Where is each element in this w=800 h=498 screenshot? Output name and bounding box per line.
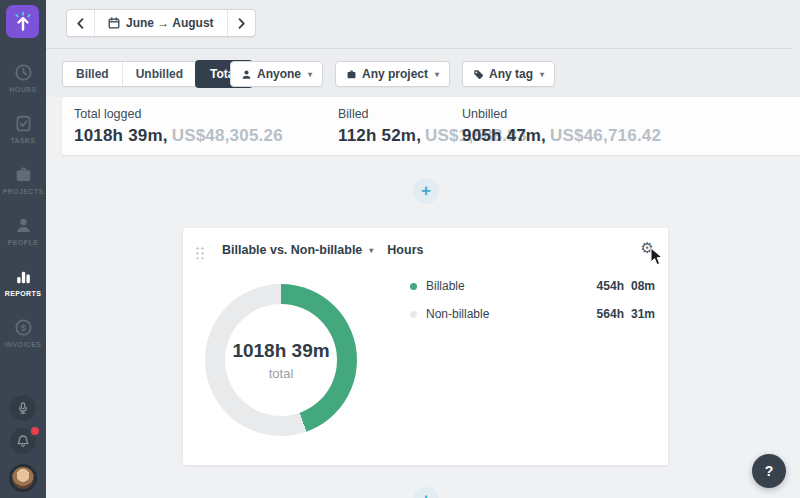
header: June → August Billed Unbilled Total A (46, 0, 800, 97)
sidebar-bottom (0, 395, 46, 492)
stat-amount: US$48,305.26 (172, 126, 283, 145)
card-unit-label[interactable]: Hours (387, 243, 423, 257)
report-type-selector[interactable]: Billable vs. Non-billable ▾ (222, 243, 373, 257)
caret-down-icon: ▾ (308, 70, 312, 79)
add-widget-button[interactable]: + (413, 178, 439, 204)
donut-total-value: 1018h 39m (232, 340, 329, 362)
sidebar-label: TASKS (10, 137, 35, 144)
sidebar-label: PROJECTS (3, 188, 44, 195)
report-card: Billable vs. Non-billable ▾ Hours ⚙ 1018… (183, 228, 668, 465)
tab-billed[interactable]: Billed (63, 62, 123, 86)
next-period-button[interactable] (227, 10, 255, 36)
bell-icon (16, 434, 30, 448)
sidebar-label: PEOPLE (8, 239, 39, 246)
arrow-up-spark-icon (11, 10, 35, 34)
app-logo[interactable] (6, 5, 39, 38)
dollar-icon: $ (14, 318, 33, 337)
user-avatar[interactable] (9, 464, 37, 492)
stat-hours: 1018h 39m, (74, 126, 168, 145)
bar-chart-icon (14, 267, 33, 286)
legend-row-non-billable[interactable]: Non-billable 564h 31m (410, 304, 655, 324)
tag-filter-dropdown[interactable]: Any tag ▾ (462, 61, 555, 87)
header-divider (46, 48, 792, 49)
billing-filter-tabs: Billed Unbilled Total (62, 61, 252, 87)
notification-dot (29, 425, 41, 437)
notifications-button[interactable] (10, 428, 36, 454)
svg-text:$: $ (20, 322, 26, 333)
sidebar-nav: HOURS TASKS PROJECTS (0, 52, 46, 358)
stat-hours: 112h 52m, (338, 126, 421, 145)
sidebar: HOURS TASKS PROJECTS (0, 0, 46, 498)
legend-value: 564h 31m (597, 307, 655, 321)
plus-icon: + (421, 181, 431, 201)
legend-value: 454h 08m (597, 279, 655, 293)
sidebar-item-tasks[interactable]: TASKS (0, 103, 46, 154)
people-filter-label: Anyone (257, 67, 301, 81)
legend-row-billable[interactable]: Billable 454h 08m (410, 276, 655, 296)
person-icon (14, 216, 33, 235)
billable-dot-icon (410, 283, 417, 290)
stat-label: Total logged (74, 107, 283, 121)
add-widget-button-bottom[interactable]: + (413, 487, 439, 498)
stat-label: Unbilled (462, 107, 661, 121)
date-range-button[interactable]: June → August (95, 10, 227, 36)
project-filter-dropdown[interactable]: Any project ▾ (335, 61, 450, 87)
legend-minutes: 31m (631, 307, 655, 321)
stat-hours: 905h 47m, (462, 126, 546, 145)
calendar-icon (108, 17, 120, 29)
legend-minutes: 08m (631, 279, 655, 293)
stat-total-logged: Total logged 1018h 39m,US$48,305.26 (74, 107, 283, 146)
stat-amount: US$46,716.42 (550, 126, 661, 145)
stat-value: 1018h 39m,US$48,305.26 (74, 126, 283, 146)
card-title-bar: Billable vs. Non-billable ▾ Hours (222, 243, 423, 257)
caret-down-icon: ▾ (435, 70, 439, 79)
memory-tracker-button[interactable] (10, 395, 36, 421)
legend-name: Non-billable (426, 307, 489, 321)
date-range-label: June → August (126, 16, 214, 30)
main-area: June → August Billed Unbilled Total A (46, 0, 800, 498)
card-title: Billable vs. Non-billable (222, 243, 362, 257)
sidebar-item-reports[interactable]: REPORTS (0, 256, 46, 307)
sidebar-item-projects[interactable]: PROJECTS (0, 154, 46, 205)
question-mark-icon: ? (765, 463, 774, 479)
donut-center: 1018h 39m total (205, 284, 357, 436)
date-range-nav: June → August (66, 9, 256, 37)
sidebar-label: REPORTS (5, 290, 42, 297)
caret-down-icon: ▾ (369, 246, 373, 255)
microphone-icon (16, 401, 30, 415)
stat-value: 905h 47m,US$46,716.42 (462, 126, 661, 146)
legend-hours: 454h (597, 279, 624, 293)
tasks-icon (14, 114, 33, 133)
plus-icon: + (421, 490, 431, 498)
drag-handle[interactable] (195, 246, 204, 259)
gear-icon[interactable]: ⚙ (641, 240, 654, 255)
summary-stats-band: Total logged 1018h 39m,US$48,305.26 Bill… (62, 97, 800, 155)
chart-legend: Billable 454h 08m Non-billable 564h 31m (410, 276, 655, 332)
briefcase-icon (14, 165, 33, 184)
help-button[interactable]: ? (752, 454, 786, 488)
project-filter-label: Any project (362, 67, 428, 81)
tag-icon (473, 69, 484, 80)
clock-icon (14, 63, 33, 82)
tab-unbilled[interactable]: Unbilled (123, 62, 197, 86)
sidebar-item-invoices[interactable]: $ INVOICES (0, 307, 46, 358)
people-filter-dropdown[interactable]: Anyone ▾ (230, 61, 323, 87)
legend-hours: 564h (597, 307, 624, 321)
donut-total-label: total (269, 366, 294, 381)
caret-down-icon: ▾ (540, 70, 544, 79)
chevron-left-icon (77, 18, 84, 29)
tag-filter-label: Any tag (489, 67, 533, 81)
legend-name: Billable (426, 279, 465, 293)
sidebar-item-people[interactable]: PEOPLE (0, 205, 46, 256)
briefcase-icon (346, 69, 357, 80)
sidebar-label: INVOICES (5, 341, 42, 348)
non-billable-dot-icon (410, 311, 417, 318)
stat-unbilled: Unbilled 905h 47m,US$46,716.42 (462, 107, 661, 146)
filter-dropdowns: Anyone ▾ Any project ▾ (230, 61, 555, 87)
sidebar-item-hours[interactable]: HOURS (0, 52, 46, 103)
sidebar-label: HOURS (9, 86, 36, 93)
prev-period-button[interactable] (67, 10, 95, 36)
person-icon (241, 69, 252, 80)
chevron-right-icon (238, 18, 245, 29)
